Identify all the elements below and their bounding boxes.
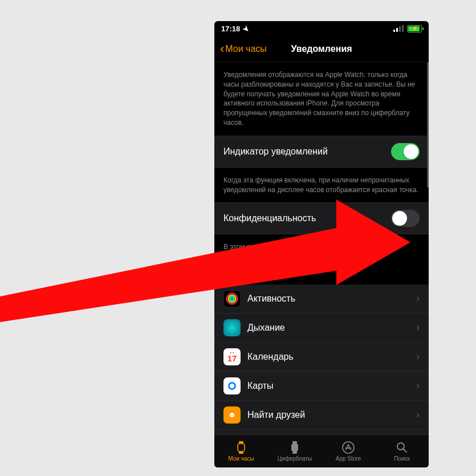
location-icon: ➤ xyxy=(242,24,251,34)
app-store-icon xyxy=(341,441,355,454)
search-icon xyxy=(395,441,409,454)
svg-point-10 xyxy=(397,443,404,450)
back-label: Мои часы xyxy=(225,44,267,54)
app-row-find-friends[interactable]: Найти друзей › xyxy=(214,401,429,430)
calendar-icon: ● ●17 xyxy=(223,348,241,365)
nav-bar: ‹ Мои часы Уведомления xyxy=(214,36,429,62)
intro-description: Уведомления отображаются на Apple Watch,… xyxy=(214,62,429,136)
scroll-track xyxy=(427,62,429,434)
tab-label: App Store xyxy=(336,455,361,462)
battery-icon: ⚡ xyxy=(407,25,422,32)
privacy-toggle[interactable] xyxy=(391,210,420,227)
back-button[interactable]: ‹ Мои часы xyxy=(220,43,267,55)
app-label: Карты xyxy=(247,381,409,391)
tab-bar: Мои часы Циферблаты App Store Поиск xyxy=(214,434,429,467)
notification-indicator-row: Индикатор уведомлений xyxy=(214,136,429,168)
calendar-day: 17 xyxy=(227,354,237,363)
maps-icon xyxy=(223,377,241,394)
app-label: Активность xyxy=(247,294,409,304)
svg-point-2 xyxy=(230,297,234,300)
content-scroll[interactable]: Уведомления отображаются на Apple Watch,… xyxy=(214,62,429,434)
app-row-activity[interactable]: Активность › xyxy=(214,284,429,314)
tab-label: Поиск xyxy=(394,455,410,462)
chevron-left-icon: ‹ xyxy=(220,43,224,55)
notification-indicator-toggle[interactable] xyxy=(391,143,420,160)
app-label: Найти друзей xyxy=(247,410,409,420)
chevron-right-icon: › xyxy=(416,380,420,392)
watch-face-icon xyxy=(288,441,302,454)
status-time-group: 17:18 ➤ xyxy=(221,25,250,33)
chevron-right-icon: › xyxy=(416,322,420,333)
status-bar: 17:18 ➤ ⚡ xyxy=(214,21,429,36)
activity-icon xyxy=(223,290,241,307)
svg-line-11 xyxy=(404,449,406,452)
privacy-row: Конфиденциальность xyxy=(214,202,429,234)
svg-rect-6 xyxy=(291,444,298,451)
watch-icon xyxy=(234,441,248,454)
app-row-maps[interactable]: Карты › xyxy=(214,372,429,401)
svg-point-9 xyxy=(343,442,354,453)
breathe-icon xyxy=(223,319,241,336)
app-label: Дыхание xyxy=(247,323,409,333)
tab-label: Мои часы xyxy=(228,455,254,462)
chevron-right-icon: › xyxy=(416,409,420,421)
phone-frame: 17:18 ➤ ⚡ ‹ Мои часы Уведомления Уведомл… xyxy=(214,21,429,467)
app-row-breathe[interactable]: Дыхание › xyxy=(214,314,429,343)
privacy-label: Конфиденциальность xyxy=(223,213,391,223)
tab-label: Циферблаты xyxy=(278,455,312,462)
tab-app-store[interactable]: App Store xyxy=(322,435,375,467)
app-label: Календарь xyxy=(247,352,409,362)
app-row-reminders[interactable]: Напоминания › xyxy=(214,430,429,434)
scroll-thumb[interactable] xyxy=(427,62,429,188)
find-friends-icon xyxy=(223,406,241,424)
tab-watch-faces[interactable]: Циферблаты xyxy=(268,435,322,467)
status-time: 17:18 xyxy=(221,25,240,33)
status-icons: ⚡ xyxy=(393,25,422,32)
cellular-icon xyxy=(393,25,404,32)
svg-rect-5 xyxy=(239,451,243,454)
tab-search[interactable]: Поиск xyxy=(375,435,429,467)
privacy-description: В этом режиме подробности уведомления не… xyxy=(214,234,429,270)
svg-rect-8 xyxy=(292,451,297,454)
chevron-right-icon: › xyxy=(416,292,420,304)
svg-rect-7 xyxy=(292,441,297,444)
svg-rect-4 xyxy=(239,441,243,444)
notification-indicator-label: Индикатор уведомлений xyxy=(223,147,391,157)
svg-point-1 xyxy=(229,295,235,302)
chevron-right-icon: › xyxy=(416,351,420,363)
app-row-calendar[interactable]: ● ●17 Календарь › xyxy=(214,343,429,372)
notification-indicator-description: Когда эта функция включена, при наличии … xyxy=(214,168,429,203)
tab-my-watch[interactable]: Мои часы xyxy=(214,435,268,467)
svg-rect-3 xyxy=(238,444,245,451)
